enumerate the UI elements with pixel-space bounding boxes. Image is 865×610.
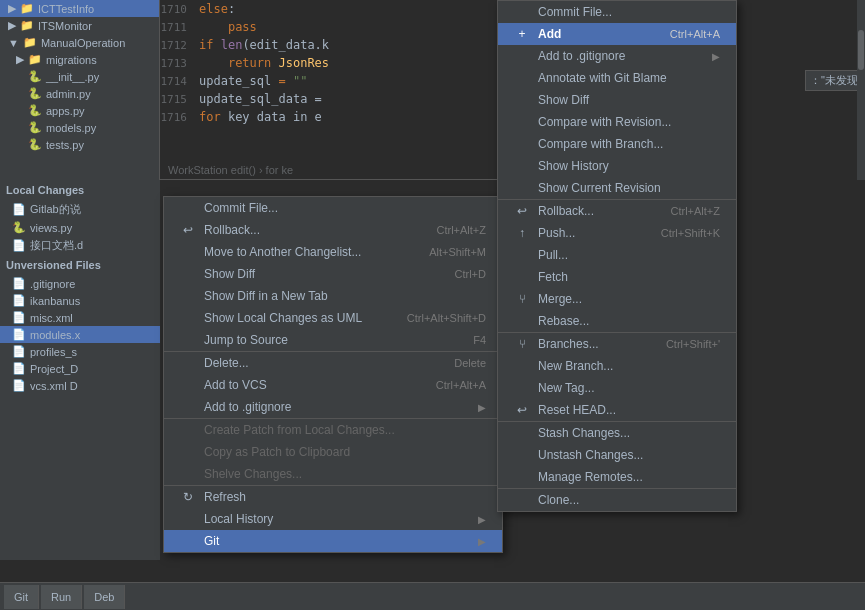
menu-label: Merge...	[538, 292, 582, 306]
menu-label: Rollback...	[204, 223, 260, 237]
panel-item[interactable]: 📄 vcs.xml D	[0, 377, 160, 394]
file-tree-item[interactable]: ▼ 📁 ManualOperation	[0, 34, 159, 51]
git-menu-item-merge[interactable]: ⑂ Merge...	[498, 288, 736, 310]
tab-run[interactable]: Run	[41, 585, 82, 609]
git-menu-item-show-diff[interactable]: Show Diff	[498, 89, 736, 111]
submenu-arrow-icon: ▶	[712, 51, 720, 62]
py-file-icon: 🐍	[28, 138, 42, 151]
panel-item[interactable]: 📄 ikanbanus	[0, 292, 160, 309]
panel-item[interactable]: 📄 Project_D	[0, 360, 160, 377]
menu-label: Create Patch from Local Changes...	[204, 423, 395, 437]
git-menu-item-push[interactable]: ↑ Push... Ctrl+Shift+K	[498, 222, 736, 244]
panel-item[interactable]: 📄 Gitlab的说	[0, 200, 160, 219]
line-content: else:	[195, 2, 540, 16]
menu-label: Compare with Branch...	[538, 137, 663, 151]
menu-label: Annotate with Git Blame	[538, 71, 667, 85]
git-menu-item-rollback[interactable]: ↩ Rollback... Ctrl+Alt+Z	[498, 200, 736, 222]
scrollbar-thumb[interactable]	[858, 30, 864, 70]
panel-item[interactable]: 📄 misc.xml	[0, 309, 160, 326]
menu-label: Reset HEAD...	[538, 403, 616, 417]
file-tree-item[interactable]: ▶ 📁 ITSMonitor	[0, 17, 159, 34]
git-menu-item-gitignore[interactable]: Add to .gitignore ▶	[498, 45, 736, 67]
tab-label: Deb	[94, 591, 114, 603]
menu-item-jump-source[interactable]: Jump to Source F4	[164, 329, 502, 352]
menu-item-show-diff[interactable]: Show Diff Ctrl+D	[164, 263, 502, 285]
panel-item-label: 接口文档.d	[30, 238, 83, 253]
panel-item[interactable]: 📄 接口文档.d	[0, 236, 160, 255]
panel-item[interactable]: 📄 .gitignore	[0, 275, 160, 292]
git-menu-item-add[interactable]: + Add Ctrl+Alt+A	[498, 23, 736, 45]
tab-label: Git	[14, 591, 28, 603]
tab-debug[interactable]: Deb	[84, 585, 125, 609]
git-menu-item-rebase[interactable]: Rebase...	[498, 310, 736, 333]
tab-git[interactable]: Git	[4, 585, 39, 609]
py-file-icon: 🐍	[28, 121, 42, 134]
menu-item-add-vcs[interactable]: Add to VCS Ctrl+Alt+A	[164, 374, 502, 396]
panel-item[interactable]: 📄 profiles_s	[0, 343, 160, 360]
menu-item-show-diff-tab[interactable]: Show Diff in a New Tab	[164, 285, 502, 307]
menu-item-create-patch: Create Patch from Local Changes...	[164, 419, 502, 441]
menu-item-show-uml[interactable]: Show Local Changes as UML Ctrl+Alt+Shift…	[164, 307, 502, 329]
menu-item-move-changelist[interactable]: Move to Another Changelist... Alt+Shift+…	[164, 241, 502, 263]
git-menu-item-pull[interactable]: Pull...	[498, 244, 736, 266]
code-editor: 1710 else: 1711 pass 1712 if len(edit_da…	[160, 0, 540, 180]
menu-shortcut: Ctrl+Alt+A	[670, 28, 720, 40]
py-icon: 🐍	[12, 221, 26, 234]
git-menu-item-manage-remotes[interactable]: Manage Remotes...	[498, 466, 736, 489]
line-content: return JsonRes	[195, 56, 540, 70]
code-line: 1710 else:	[160, 0, 540, 18]
py-file-icon: 🐍	[28, 70, 42, 83]
git-menu-item-show-history[interactable]: Show History	[498, 155, 736, 177]
breadcrumb: WorkStation edit() › for ke	[160, 160, 540, 180]
folder-icon: 📁	[28, 53, 42, 66]
panel-item-label: misc.xml	[30, 312, 73, 324]
menu-label: Fetch	[538, 270, 568, 284]
git-menu-item-compare-branch[interactable]: Compare with Branch...	[498, 133, 736, 155]
menu-label: Clone...	[538, 493, 579, 507]
file-tree-item[interactable]: ▶ 📁 ICTTestInfo	[0, 0, 159, 17]
chinese-tooltip: ："未发现	[805, 70, 863, 91]
file-tree-item[interactable]: 🐍 apps.py	[0, 102, 159, 119]
git-menu-item-compare-revision[interactable]: Compare with Revision...	[498, 111, 736, 133]
rollback-icon: ↩	[514, 204, 530, 218]
panel-item-selected[interactable]: 📄 modules.x	[0, 326, 160, 343]
git-menu-item-reset-head[interactable]: ↩ Reset HEAD...	[498, 399, 736, 422]
scrollbar[interactable]	[857, 0, 865, 180]
file-tree-item[interactable]: 🐍 tests.py	[0, 136, 159, 153]
git-menu-item-unstash[interactable]: Unstash Changes...	[498, 444, 736, 466]
menu-item-refresh[interactable]: ↻ Refresh	[164, 486, 502, 508]
git-menu-item-blame[interactable]: Annotate with Git Blame	[498, 67, 736, 89]
line-content: for key data in e	[195, 110, 540, 124]
menu-item-local-history[interactable]: Local History ▶	[164, 508, 502, 530]
menu-item-commit[interactable]: Commit File...	[164, 197, 502, 219]
panel-item[interactable]: 🐍 views.py	[0, 219, 160, 236]
menu-label: Show Diff	[204, 267, 255, 281]
unversioned-files-title: Unversioned Files	[0, 255, 160, 275]
menu-item-add-gitignore[interactable]: Add to .gitignore ▶	[164, 396, 502, 419]
menu-label: Show Current Revision	[538, 181, 661, 195]
git-menu-item-new-tag[interactable]: New Tag...	[498, 377, 736, 399]
file-tree-label: apps.py	[46, 105, 85, 117]
file-tree-label: ICTTestInfo	[38, 3, 94, 15]
file-tree-item[interactable]: 🐍 __init__.py	[0, 68, 159, 85]
file-tree-label: models.py	[46, 122, 96, 134]
git-menu-item-fetch[interactable]: Fetch	[498, 266, 736, 288]
arrow-icon: ▶	[8, 2, 16, 15]
line-content: update_sql_data =	[195, 92, 540, 106]
git-menu-item-commit[interactable]: Commit File...	[498, 1, 736, 23]
menu-label: Push...	[538, 226, 575, 240]
code-line: 1713 return JsonRes	[160, 54, 540, 72]
file-tree-item[interactable]: 🐍 admin.py	[0, 85, 159, 102]
menu-shortcut: Ctrl+Alt+Z	[670, 205, 720, 217]
file-tree-item[interactable]: ▶ 📁 migrations	[0, 51, 159, 68]
menu-item-delete[interactable]: Delete... Delete	[164, 352, 502, 374]
git-menu-item-new-branch[interactable]: New Branch...	[498, 355, 736, 377]
menu-item-rollback[interactable]: ↩ Rollback... Ctrl+Alt+Z	[164, 219, 502, 241]
git-menu-item-clone[interactable]: Clone...	[498, 489, 736, 511]
git-menu-item-stash[interactable]: Stash Changes...	[498, 422, 736, 444]
file-tree-item[interactable]: 🐍 models.py	[0, 119, 159, 136]
git-menu-item-current-revision[interactable]: Show Current Revision	[498, 177, 736, 200]
git-menu-item-branches[interactable]: ⑂ Branches... Ctrl+Shift+'	[498, 333, 736, 355]
menu-item-git[interactable]: Git ▶	[164, 530, 502, 552]
reset-icon: ↩	[514, 403, 530, 417]
